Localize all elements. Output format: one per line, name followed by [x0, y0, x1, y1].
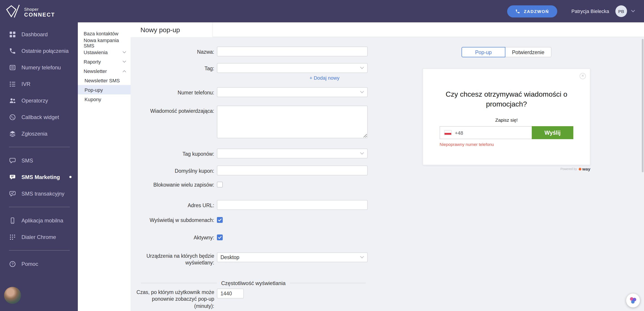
submenu-item-pop-upy[interactable]: Pop-upy [78, 85, 130, 94]
app-logo[interactable]: Shoper CONNECT [0, 0, 78, 22]
sidebar-item-mobile-app[interactable]: Aplikacja mobilna [0, 212, 78, 229]
form-row-adres-url: Adres URL: [130, 200, 644, 210]
sidebar-divider [9, 147, 70, 147]
phone-number-select[interactable] [217, 87, 368, 97]
header-spacer [213, 22, 644, 37]
sidebar-item-label: Ostatnie połączenia [22, 48, 69, 54]
submenu: Baza kontaktów Nowa kampania SMS Ustawie… [78, 22, 130, 311]
form-row-urzadzenia: Urządzenia na których będzie wyświetlany… [130, 252, 644, 266]
tab-confirmation[interactable]: Potwierdzenie [505, 47, 552, 57]
preview-tabs: Pop-up Potwierdzenie [422, 47, 590, 57]
confirmation-message-textarea[interactable] [217, 106, 368, 138]
tab-popup[interactable]: Pop-up [462, 47, 505, 57]
preview-panel: Pop-up Potwierdzenie ✕ Czy chcesz otrzym… [422, 47, 590, 171]
form-row-subdomeny: Wyświetlaj w subdomenach: [130, 217, 644, 224]
phone-error-message: Niepoprawny numer telefonu [440, 142, 590, 147]
sidebar-item-sms[interactable]: SMS [0, 152, 78, 169]
powered-by-label: Powered by [560, 167, 577, 170]
poland-flag-icon [444, 130, 452, 135]
popup-phone-input[interactable]: +48 [440, 126, 532, 139]
phone-icon [516, 9, 520, 14]
sidebar-item-label: Dashboard [22, 31, 48, 37]
adres-url-label: Adres URL: [130, 200, 214, 209]
aktywny-label: Aktywny: [130, 234, 214, 241]
czas1-label: Czas, po którym użytkownik może ponownie… [130, 288, 214, 310]
chevron-down-icon [122, 51, 126, 54]
active-checkbox[interactable] [217, 234, 223, 240]
frequency-section-header: Częstotliwość wyświetlania [141, 280, 366, 286]
popup-preview-card: ✕ Czy chcesz otrzymywać wiadomości o pro… [422, 69, 590, 165]
submenu-item-label: Newsletter SMS [84, 78, 120, 83]
urzadzenia-label: Urządzenia na których będzie wyświetlany… [130, 252, 214, 266]
submenu-item-kupony[interactable]: Kupony [78, 94, 130, 104]
submenu-item-newsletter-sms[interactable]: Newsletter SMS [78, 76, 130, 85]
add-new-tag-link[interactable]: + Dodaj nowy [310, 75, 340, 81]
powered-by-brand: way [582, 166, 590, 171]
form-row-czas-1: Czas, po którym użytkownik może ponownie… [130, 288, 644, 310]
popup-close-icon[interactable]: ✕ [580, 73, 586, 79]
tickets-icon [9, 130, 16, 137]
blokowanie-label: Blokowanie wielu zapisów: [130, 182, 214, 189]
nazwa-label: Nazwa: [130, 47, 214, 56]
domyslny-kupon-label: Domyślny kupon: [130, 166, 214, 175]
reshow-minutes-input[interactable] [217, 288, 244, 298]
sidebar-item-label: SMS [22, 157, 33, 164]
user-name: Patrycja Bielecka [571, 9, 609, 14]
submenu-item-baza-kontaktow[interactable]: Baza kontaktów [78, 29, 130, 38]
wiadomosc-label: Wiadomość potwierdzająca: [130, 106, 214, 115]
default-coupon-input[interactable] [217, 166, 368, 175]
block-multiple-signups-checkbox[interactable] [217, 182, 223, 187]
tag-kuponow-label: Tag kuponów: [130, 149, 214, 158]
sidebar-item-operators[interactable]: Operatorzy [0, 92, 78, 109]
sidebar-item-sms-transactional[interactable]: SMS transakcyjny [0, 185, 78, 202]
sidebar-item-dialer-chrome[interactable]: Dialer Chrome [0, 229, 78, 245]
chevron-down-icon[interactable] [631, 10, 635, 13]
sidebar-item-label: SMS transakcyjny [22, 190, 64, 197]
send-button[interactable]: Wyślij [532, 126, 573, 139]
user-avatar-photo[interactable] [4, 287, 21, 304]
submenu-item-label: Raporty [84, 59, 101, 64]
sms-icon [9, 157, 16, 164]
sidebar-item-label: Aplikacja mobilna [22, 217, 63, 223]
submenu-item-newsletter[interactable]: Newsletter [78, 66, 130, 76]
frequency-section-title: Częstotliwość wyświetlania [221, 280, 286, 286]
sidebar-item-label: Numery telefonu [22, 64, 61, 71]
powered-by-logo: way [579, 166, 590, 171]
subdomeny-label: Wyświetlaj w subdomenach: [130, 217, 214, 224]
submenu-item-label: Nowa kampania SMS [84, 37, 126, 48]
coupon-tag-select[interactable] [217, 149, 368, 158]
chevron-down-icon [122, 60, 126, 63]
popup-subheading: Zapisz się! [423, 117, 590, 123]
sidebar-item-recent-calls[interactable]: Ostatnie połączenia [0, 43, 78, 59]
chevron-down-icon [360, 67, 364, 69]
mobile-app-icon [9, 217, 16, 224]
sidebar-item-dashboard[interactable]: Dashboard [0, 26, 78, 43]
chevron-up-icon [122, 70, 126, 72]
form-row-aktywny: Aktywny: [130, 234, 644, 241]
submenu-item-raporty[interactable]: Raporty [78, 57, 130, 66]
floating-widget-button[interactable] [626, 293, 640, 307]
sidebar-item-phone-numbers[interactable]: Numery telefonu [0, 59, 78, 76]
chevron-down-icon [360, 91, 364, 94]
submenu-item-nowa-kampania-sms[interactable]: Nowa kampania SMS [78, 38, 130, 48]
operators-icon [9, 97, 16, 104]
submenu-item-label: Ustawienia [84, 50, 108, 55]
subdomains-checkbox[interactable] [217, 217, 223, 223]
submenu-item-label: Pop-upy [84, 87, 103, 92]
sidebar-item-help[interactable]: ? Pomoc [0, 255, 78, 272]
sidebar-item-ivr[interactable]: IVR [0, 76, 78, 92]
phone-numbers-icon [9, 64, 16, 71]
devices-select[interactable]: Desktop [217, 252, 368, 262]
submenu-item-ustawienia[interactable]: Ustawienia [78, 48, 130, 57]
nazwa-input[interactable] [217, 47, 368, 56]
sidebar-item-sms-marketing[interactable]: SMS Marketing [0, 169, 78, 185]
devices-select-value: Desktop [220, 254, 239, 260]
scrollbar-thumb[interactable] [642, 39, 644, 172]
call-button[interactable]: ZADZWOŃ [507, 5, 557, 17]
sidebar-item-tickets[interactable]: Zgłoszenia [0, 125, 78, 142]
user-avatar[interactable]: PB [616, 5, 627, 17]
tag-select[interactable] [217, 63, 368, 73]
form-row-blokowanie: Blokowanie wielu zapisów: [130, 182, 644, 189]
sidebar-item-callback-widget[interactable]: Callback widget [0, 109, 78, 125]
url-input[interactable] [217, 200, 368, 210]
